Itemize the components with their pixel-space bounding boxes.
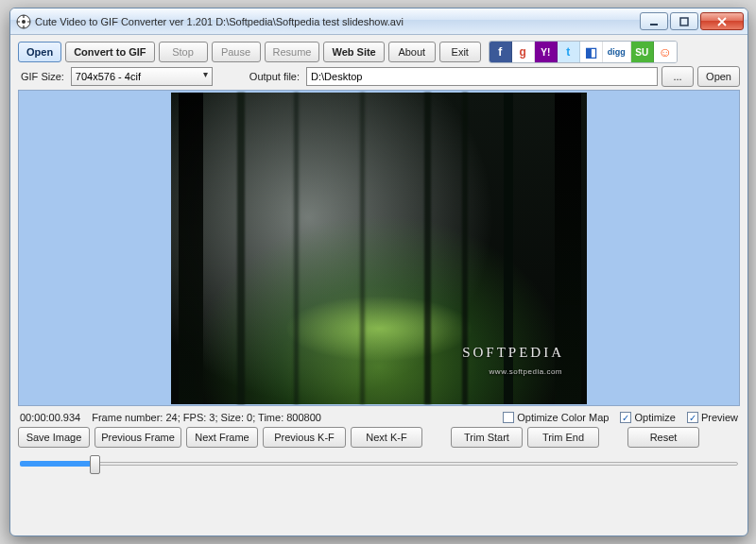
stumble-icon[interactable]: SU	[631, 42, 654, 62]
outputfile-label: Output file:	[247, 71, 302, 82]
preview-checkbox[interactable]: ✓ Preview	[687, 412, 738, 423]
minimize-icon	[649, 17, 659, 26]
close-button[interactable]	[700, 12, 744, 30]
preview-pane: SOFTPEDIA www.softpedia.com	[18, 90, 740, 406]
checkbox-icon: ✓	[687, 412, 698, 423]
optimize-checkbox[interactable]: ✓ Optimize	[620, 412, 675, 423]
twitter-icon[interactable]: t	[558, 42, 580, 62]
preview-image: SOFTPEDIA www.softpedia.com	[171, 93, 587, 404]
about-button[interactable]: About	[388, 42, 436, 62]
google-icon[interactable]: g	[512, 42, 535, 62]
exit-button[interactable]: Exit	[439, 42, 481, 62]
trim-end-button[interactable]: Trim End	[527, 427, 599, 448]
gifsize-select[interactable]: 704x576 - 4cif	[71, 67, 213, 86]
checkbox-icon	[503, 412, 514, 423]
previous-frame-button[interactable]: Previous Frame	[94, 427, 181, 448]
digg-icon[interactable]: digg	[603, 42, 631, 62]
save-image-button[interactable]: Save Image	[18, 427, 90, 448]
previous-keyframe-button[interactable]: Previous K-F	[263, 427, 346, 448]
reddit-icon[interactable]: ☺	[654, 42, 677, 62]
watermark-sub: www.softpedia.com	[490, 367, 562, 376]
resume-button[interactable]: Resume	[265, 42, 320, 62]
open-button[interactable]: Open	[18, 42, 61, 62]
svg-rect-2	[650, 24, 658, 26]
close-icon	[716, 17, 728, 26]
open-output-button[interactable]: Open	[697, 66, 740, 87]
seek-track	[20, 462, 738, 466]
main-toolbar: Open Convert to GIF Stop Pause Resume We…	[18, 41, 740, 63]
app-icon	[16, 14, 31, 29]
convert-button[interactable]: Convert to GIF	[65, 42, 154, 62]
status-row: 00:00:00.934 Frame number: 24; FPS: 3; S…	[18, 406, 740, 425]
maximize-button[interactable]	[670, 12, 698, 30]
outputfile-input[interactable]	[306, 67, 658, 86]
maximize-icon	[679, 17, 689, 26]
optimize-colormap-checkbox[interactable]: Optimize Color Map	[503, 412, 609, 423]
svg-point-1	[22, 20, 26, 24]
titlebar[interactable]: Cute Video to GIF Converter ver 1.201 D:…	[10, 8, 747, 35]
gifsize-label: GIF Size:	[18, 71, 67, 82]
pause-button[interactable]: Pause	[212, 42, 261, 62]
svg-rect-3	[680, 18, 688, 26]
next-keyframe-button[interactable]: Next K-F	[351, 427, 422, 448]
browse-button[interactable]: ...	[662, 66, 694, 87]
minimize-button[interactable]	[640, 12, 668, 30]
checkbox-icon: ✓	[620, 412, 631, 423]
next-frame-button[interactable]: Next Frame	[186, 427, 258, 448]
bottom-toolbar: Save Image Previous Frame Next Frame Pre…	[18, 427, 740, 448]
seek-thumb[interactable]	[90, 455, 100, 474]
seek-trackbar[interactable]	[18, 454, 740, 479]
website-button[interactable]: Web Site	[323, 42, 384, 62]
yahoo-icon[interactable]: Y!	[535, 42, 558, 62]
reset-button[interactable]: Reset	[627, 427, 699, 448]
size-output-row: GIF Size: 704x576 - 4cif Output file: ..…	[18, 66, 740, 87]
facebook-icon[interactable]: f	[490, 42, 512, 62]
seek-fill	[20, 461, 94, 467]
delicious-icon[interactable]: ◧	[580, 42, 603, 62]
status-time: 00:00:00.934	[20, 412, 80, 423]
status-frameinfo: Frame number: 24; FPS: 3; Size: 0; Time:…	[92, 412, 321, 423]
window-title: Cute Video to GIF Converter ver 1.201 D:…	[35, 16, 404, 27]
trim-start-button[interactable]: Trim Start	[451, 427, 523, 448]
stop-button[interactable]: Stop	[159, 42, 208, 62]
social-strip: f g Y! t ◧ digg SU ☺	[489, 41, 678, 63]
watermark-brand: SOFTPEDIA	[462, 345, 564, 361]
app-window: Cute Video to GIF Converter ver 1.201 D:…	[9, 8, 748, 536]
